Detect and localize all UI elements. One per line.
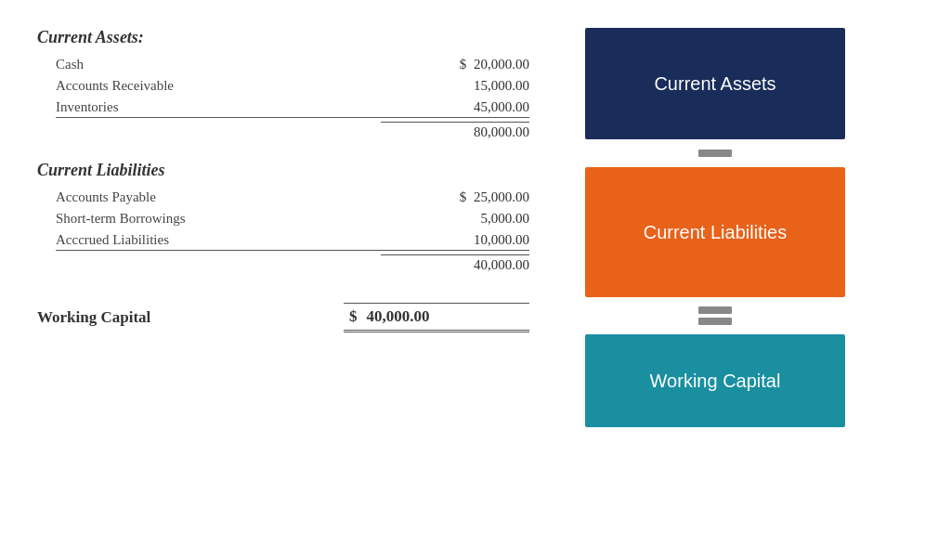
current-assets-section: Current Assets: Cash $ 20,000.00 Account…	[37, 28, 529, 142]
short-term-borrowings-label: Short-term Borrowings	[56, 211, 381, 227]
current-liabilities-subtotal-row: 40,000.00	[56, 253, 529, 275]
left-panel: Current Assets: Cash $ 20,000.00 Account…	[28, 19, 548, 541]
inventories-label: Inventories	[56, 99, 381, 115]
accounts-payable-dollar: $	[460, 189, 467, 205]
connector-2	[698, 297, 732, 334]
connector-bar-2a	[698, 306, 732, 314]
connector-1	[698, 139, 732, 167]
accounts-receivable-label: Accounts Receivable	[56, 78, 381, 94]
current-assets-items: Cash $ 20,000.00 Accounts Receivable 15,…	[37, 55, 529, 142]
accounts-receivable-value: 15,000.00	[474, 78, 529, 93]
inventories-value: 45,000.00	[474, 99, 529, 114]
connector-bar-2b	[698, 318, 732, 325]
working-capital-box: Working Capital	[585, 334, 845, 427]
cash-label: Cash	[56, 57, 381, 72]
accounts-payable-label: Accounts Payable	[56, 189, 381, 205]
main-container: Current Assets: Cash $ 20,000.00 Account…	[0, 0, 951, 560]
cash-item: Cash $ 20,000.00	[56, 55, 529, 74]
current-assets-box: Current Assets	[585, 28, 845, 139]
accounts-payable-value: 25,000.00	[474, 189, 529, 204]
accrued-liabilities-amount: 10,000.00	[381, 232, 529, 248]
connector-bar-1	[698, 150, 732, 157]
current-liabilities-title: Current Liabilities	[37, 161, 529, 180]
working-capital-dollar: $	[349, 307, 358, 326]
working-capital-label: Working Capital	[37, 308, 150, 327]
working-capital-amount-box: $ 40,000.00	[344, 303, 529, 332]
current-assets-subtotal: 80,000.00	[381, 122, 529, 140]
cash-value: 20,000.00	[474, 57, 529, 72]
accounts-receivable-item: Accounts Receivable 15,000.00	[56, 76, 529, 96]
accounts-payable-item: Accounts Payable $ 25,000.00	[56, 188, 529, 207]
short-term-borrowings-amount: 5,000.00	[381, 211, 529, 227]
current-assets-title: Current Assets:	[37, 28, 529, 47]
inventories-item: Inventories 45,000.00	[56, 98, 529, 118]
cash-dollar: $	[460, 57, 467, 72]
spacer-1	[37, 151, 529, 161]
working-capital-section: Working Capital $ 40,000.00	[37, 303, 529, 332]
accounts-receivable-amount: 15,000.00	[381, 78, 529, 94]
current-liabilities-subtotal: 40,000.00	[381, 254, 529, 273]
accrued-liabilities-value: 10,000.00	[474, 232, 529, 247]
right-panel: Current Assets Current Liabilities Worki…	[548, 19, 882, 541]
cash-amount: $ 20,000.00	[381, 57, 529, 72]
working-capital-box-label: Working Capital	[650, 371, 781, 392]
current-liabilities-box: Current Liabilities	[585, 167, 845, 297]
accrued-liabilities-label: Acccrued Liabilities	[56, 232, 381, 248]
short-term-borrowings-item: Short-term Borrowings 5,000.00	[56, 209, 529, 228]
working-capital-amount: 40,000.00	[367, 307, 430, 326]
short-term-borrowings-value: 5,000.00	[481, 211, 530, 226]
current-assets-box-label: Current Assets	[654, 73, 775, 95]
current-assets-subtotal-row: 80,000.00	[56, 120, 529, 142]
accrued-liabilities-item: Acccrued Liabilities 10,000.00	[56, 230, 529, 251]
current-liabilities-items: Accounts Payable $ 25,000.00 Short-term …	[37, 188, 529, 275]
accounts-payable-amount: $ 25,000.00	[381, 189, 529, 205]
inventories-amount: 45,000.00	[381, 99, 529, 115]
current-liabilities-section: Current Liabilities Accounts Payable $ 2…	[37, 161, 529, 275]
current-liabilities-box-label: Current Liabilities	[644, 222, 788, 243]
